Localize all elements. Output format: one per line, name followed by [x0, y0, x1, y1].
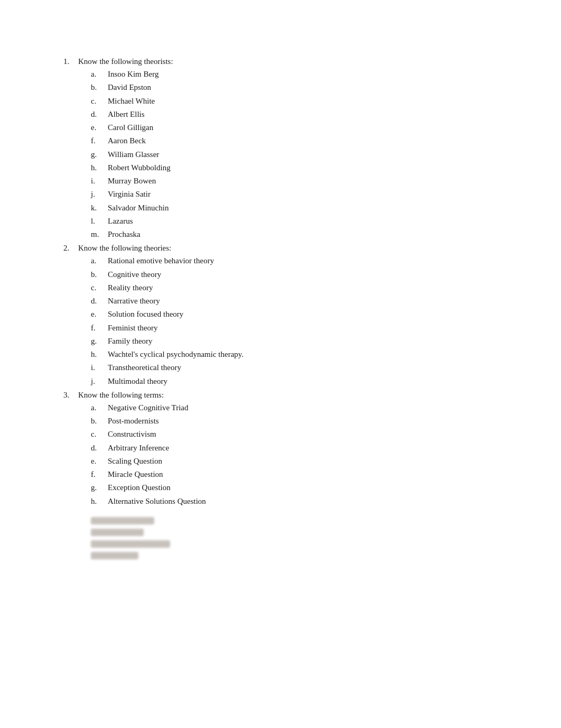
list-item-letter: c.: [91, 95, 108, 107]
blurred-line-1: [91, 517, 154, 524]
list-item-text: Constructivism: [108, 428, 156, 440]
list-item-text: Aaron Beck: [108, 135, 146, 147]
list-item-text: Family theory: [108, 335, 153, 347]
list-item-text: Albert Ellis: [108, 108, 145, 121]
list-item-letter: g.: [91, 149, 108, 161]
section-2-text: Know the following theories:: [78, 244, 171, 253]
section-3-number: 3.: [63, 391, 78, 400]
list-item: j.Multimodal theory: [91, 375, 498, 388]
section-1-label: 1.Know the following theorists:: [63, 57, 498, 66]
list-item: m.Prochaska: [91, 228, 498, 241]
section-1-sublist: a.Insoo Kim Bergb.David Epstonc.Michael …: [91, 68, 498, 241]
list-item-text: Narrative theory: [108, 295, 160, 307]
list-item-letter: c.: [91, 282, 108, 294]
list-item: e.Solution focused theory: [91, 308, 498, 320]
main-list: 1.Know the following theorists:a.Insoo K…: [63, 57, 498, 508]
list-item-letter: i.: [91, 362, 108, 374]
list-item-letter: e.: [91, 308, 108, 320]
list-item-letter: l.: [91, 215, 108, 227]
list-item-text: William Glasser: [108, 149, 159, 161]
list-item: b.Post-modernists: [91, 415, 498, 427]
section-3-sublist: a.Negative Cognitive Triadb.Post-moderni…: [91, 402, 498, 508]
list-item: g.William Glasser: [91, 149, 498, 161]
list-item-letter: h.: [91, 495, 108, 508]
list-item-text: Alternative Solutions Question: [108, 495, 206, 508]
section-2-number: 2.: [63, 244, 78, 253]
list-item-letter: f.: [91, 135, 108, 147]
section-3-label: 3.Know the following terms:: [63, 391, 498, 400]
list-item-letter: j.: [91, 188, 108, 200]
section-3-text: Know the following terms:: [78, 391, 164, 400]
list-item-letter: a.: [91, 68, 108, 80]
list-item-text: Michael White: [108, 95, 155, 107]
section-1-text: Know the following theorists:: [78, 57, 173, 66]
list-item-letter: a.: [91, 402, 108, 414]
list-item-letter: g.: [91, 482, 108, 494]
list-item: d.Albert Ellis: [91, 108, 498, 121]
blurred-section: [91, 517, 498, 559]
list-item: h.Wachtel's cyclical psychodynamic thera…: [91, 348, 498, 361]
list-item: j.Virginia Satir: [91, 188, 498, 200]
list-item-text: Arbitrary Inference: [108, 442, 169, 454]
list-item-letter: b.: [91, 415, 108, 427]
list-item: a.Insoo Kim Berg: [91, 68, 498, 80]
list-item-text: Solution focused theory: [108, 308, 183, 320]
list-item-text: Prochaska: [108, 228, 141, 241]
section-2-label: 2.Know the following theories:: [63, 244, 498, 253]
list-item-letter: e.: [91, 455, 108, 467]
list-item-text: Robert Wubbolding: [108, 162, 171, 174]
list-item: a.Negative Cognitive Triad: [91, 402, 498, 414]
section-2: 2.Know the following theories:a.Rational…: [63, 244, 498, 388]
list-item-text: Miracle Question: [108, 468, 163, 481]
list-item: k.Salvador Minuchin: [91, 202, 498, 214]
list-item-text: Wachtel's cyclical psychodynamic therapy…: [108, 348, 244, 361]
list-item: d.Narrative theory: [91, 295, 498, 307]
list-item-text: Scaling Question: [108, 455, 162, 467]
list-item-text: Carol Gilligan: [108, 122, 153, 134]
list-item-letter: a.: [91, 255, 108, 267]
list-item: e.Scaling Question: [91, 455, 498, 467]
list-item: h.Robert Wubbolding: [91, 162, 498, 174]
list-item-text: Multimodal theory: [108, 375, 167, 388]
list-item-text: Negative Cognitive Triad: [108, 402, 189, 414]
list-item-text: Feminist theory: [108, 322, 158, 334]
list-item-letter: c.: [91, 428, 108, 440]
list-item-text: Salvador Minuchin: [108, 202, 169, 214]
list-item-letter: d.: [91, 108, 108, 121]
list-item: a.Rational emotive behavior theory: [91, 255, 498, 267]
list-item: b.David Epston: [91, 81, 498, 94]
list-item: g.Family theory: [91, 335, 498, 347]
list-item: i.Transtheoretical theory: [91, 362, 498, 374]
list-item-letter: h.: [91, 162, 108, 174]
section-3: 3.Know the following terms:a.Negative Co…: [63, 391, 498, 508]
list-item-text: Rational emotive behavior theory: [108, 255, 214, 267]
list-item: g.Exception Question: [91, 482, 498, 494]
list-item-letter: j.: [91, 375, 108, 388]
list-item-text: Transtheoretical theory: [108, 362, 181, 374]
list-item-letter: f.: [91, 322, 108, 334]
blurred-line-4: [91, 552, 138, 559]
list-item-text: Post-modernists: [108, 415, 159, 427]
list-item: f.Aaron Beck: [91, 135, 498, 147]
list-item: b.Cognitive theory: [91, 269, 498, 281]
list-item-text: Lazarus: [108, 215, 133, 227]
list-item: f.Miracle Question: [91, 468, 498, 481]
list-item-letter: b.: [91, 269, 108, 281]
list-item-letter: d.: [91, 295, 108, 307]
list-item-letter: e.: [91, 122, 108, 134]
list-item-letter: f.: [91, 468, 108, 481]
list-item: f.Feminist theory: [91, 322, 498, 334]
list-item-text: Insoo Kim Berg: [108, 68, 158, 80]
list-item: h.Alternative Solutions Question: [91, 495, 498, 508]
list-item-letter: b.: [91, 81, 108, 94]
list-item: d.Arbitrary Inference: [91, 442, 498, 454]
section-1: 1.Know the following theorists:a.Insoo K…: [63, 57, 498, 241]
section-1-number: 1.: [63, 57, 78, 66]
list-item-letter: m.: [91, 228, 108, 241]
list-item-text: Reality theory: [108, 282, 153, 294]
blurred-line-2: [91, 529, 144, 536]
list-item-letter: h.: [91, 348, 108, 361]
list-item-text: Virginia Satir: [108, 188, 151, 200]
list-item-text: David Epston: [108, 81, 151, 94]
list-item: e.Carol Gilligan: [91, 122, 498, 134]
